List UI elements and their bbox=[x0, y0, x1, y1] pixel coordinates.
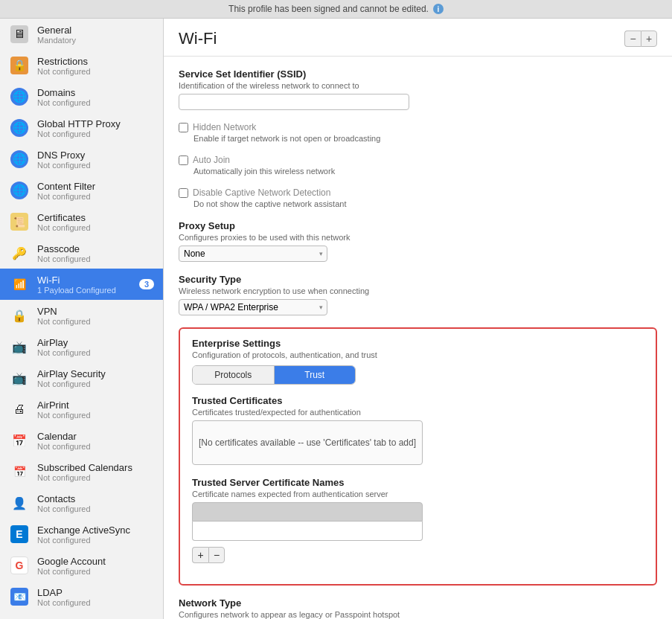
google-subtitle: Not configured bbox=[37, 567, 154, 576]
content-filter-icon: 🌐 bbox=[9, 180, 30, 201]
sidebar-item-certificates[interactable]: 📜 Certificates Not configured bbox=[0, 206, 163, 237]
global-http-proxy-subtitle: Not configured bbox=[37, 129, 154, 138]
remove-server-name-button[interactable]: − bbox=[208, 547, 225, 563]
captive-desc: Do not show the captive network assistan… bbox=[193, 199, 657, 208]
security-type-label: Security Type bbox=[179, 274, 657, 285]
hidden-network-group: Hidden Network Enable if target network … bbox=[179, 122, 657, 143]
info-icon[interactable]: i bbox=[433, 4, 444, 14]
wifi-title: Wi-Fi bbox=[37, 275, 132, 286]
proxy-setup-label: Proxy Setup bbox=[179, 220, 657, 231]
sidebar-item-domains[interactable]: 🌐 Domains Not configured bbox=[0, 81, 163, 112]
exchange-title: Exchange ActiveSync bbox=[37, 525, 154, 536]
subscribed-calendars-title: Subscribed Calendars bbox=[37, 462, 154, 473]
add-remove-buttons: + − bbox=[192, 547, 644, 563]
restrictions-title: Restrictions bbox=[37, 56, 154, 67]
calendar-title: Calendar bbox=[37, 431, 154, 442]
airplay-security-icon: 📺 bbox=[9, 368, 30, 388]
domains-subtitle: Not configured bbox=[37, 98, 154, 107]
captive-label: Disable Captive Network Detection bbox=[193, 187, 330, 198]
sidebar-item-restrictions[interactable]: 🔒 Restrictions Not configured bbox=[0, 50, 163, 81]
airprint-subtitle: Not configured bbox=[37, 411, 154, 420]
sidebar-item-ldap[interactable]: 📧 LDAP Not configured bbox=[0, 581, 163, 612]
tab-protocols[interactable]: Protocols bbox=[193, 366, 275, 384]
sidebar-item-content-filter[interactable]: 🌐 Content Filter Not configured bbox=[0, 175, 163, 206]
certificates-subtitle: Not configured bbox=[37, 223, 154, 232]
page-title: Wi-Fi bbox=[179, 29, 217, 48]
exchange-icon: E bbox=[9, 524, 30, 545]
sidebar-item-general[interactable]: 🖥 General Mandatory bbox=[0, 19, 163, 50]
certificates-icon: 📜 bbox=[9, 211, 30, 232]
sidebar-item-global-http-proxy[interactable]: 🌐 Global HTTP Proxy Not configured bbox=[0, 112, 163, 144]
server-names-group: Trusted Server Certificate Names Certifi… bbox=[192, 477, 644, 563]
sidebar-item-exchange[interactable]: E Exchange ActiveSync Not configured bbox=[0, 519, 163, 550]
certificates-title: Certificates bbox=[37, 212, 154, 223]
network-type-group: Network Type Configures network to appea… bbox=[179, 597, 657, 619]
plus-button[interactable]: + bbox=[641, 31, 657, 47]
subscribed-calendars-subtitle: Not configured bbox=[37, 473, 154, 482]
main-layout: 🖥 General Mandatory 🔒 Restrictions Not c… bbox=[0, 19, 672, 619]
sidebar-item-passcode[interactable]: 🔑 Passcode Not configured bbox=[0, 237, 163, 269]
airplay-icon: 📺 bbox=[9, 336, 30, 357]
server-names-desc: Certificate names expected from authenti… bbox=[192, 490, 644, 498]
enterprise-box: Enterprise Settings Configuration of pro… bbox=[179, 327, 657, 586]
exchange-subtitle: Not configured bbox=[37, 536, 154, 545]
sidebar-item-dns-proxy[interactable]: 🌐 DNS Proxy Not configured bbox=[0, 144, 163, 175]
sidebar-item-airplay-security[interactable]: 📺 AirPlay Security Not configured bbox=[0, 362, 163, 394]
content-filter-subtitle: Not configured bbox=[37, 192, 154, 201]
calendar-subtitle: Not configured bbox=[37, 442, 154, 451]
contacts-icon: 👤 bbox=[9, 493, 30, 513]
auto-join-desc: Automatically join this wireless network bbox=[193, 167, 657, 176]
security-type-select[interactable]: WPA / WPA2 Enterprise bbox=[179, 299, 327, 315]
sidebar-item-wifi[interactable]: 📶 Wi-Fi 1 Payload Configured 3 bbox=[0, 269, 163, 300]
hidden-network-desc: Enable if target network is not open or … bbox=[193, 134, 657, 143]
sidebar-item-subscribed-calendars[interactable]: 📅 Subscribed Calendars Not configured bbox=[0, 456, 163, 487]
ldap-icon: 📧 bbox=[9, 586, 30, 607]
global-http-proxy-icon: 🌐 bbox=[9, 118, 30, 138]
general-icon: 🖥 bbox=[9, 24, 30, 45]
proxy-setup-group: Proxy Setup Configures proxies to be use… bbox=[179, 220, 657, 262]
captive-checkbox[interactable] bbox=[179, 188, 188, 198]
content-filter-title: Content Filter bbox=[37, 181, 154, 192]
passcode-icon: 🔑 bbox=[9, 243, 30, 263]
minus-button[interactable]: − bbox=[624, 31, 641, 47]
vpn-title: VPN bbox=[37, 306, 154, 317]
server-names-input[interactable] bbox=[192, 522, 423, 541]
trusted-certs-placeholder: [No certificates available -- use 'Certi… bbox=[199, 437, 416, 448]
tab-trust[interactable]: Trust bbox=[275, 366, 356, 384]
add-server-name-button[interactable]: + bbox=[192, 547, 208, 563]
airplay-security-title: AirPlay Security bbox=[37, 368, 154, 379]
sidebar-item-airplay[interactable]: 📺 AirPlay Not configured bbox=[0, 331, 163, 362]
general-subtitle: Mandatory bbox=[37, 36, 154, 45]
trusted-certs-box: [No certificates available -- use 'Certi… bbox=[192, 420, 423, 465]
sidebar-item-google[interactable]: G Google Account Not configured bbox=[0, 550, 163, 581]
vpn-icon: 🔒 bbox=[9, 305, 30, 326]
contacts-subtitle: Not configured bbox=[37, 504, 154, 513]
sidebar-item-airprint[interactable]: 🖨 AirPrint Not configured bbox=[0, 394, 163, 425]
sidebar-item-mail[interactable]: ✉ Mail Not configured bbox=[0, 612, 163, 619]
wifi-icon: 📶 bbox=[9, 274, 30, 295]
restrictions-icon: 🔒 bbox=[9, 55, 30, 76]
dns-proxy-icon: 🌐 bbox=[9, 149, 30, 170]
auto-join-label: Auto Join bbox=[193, 155, 230, 165]
security-type-select-wrap: WPA / WPA2 Enterprise ▾ bbox=[179, 299, 327, 315]
trusted-certs-group: Trusted Certificates Certificates truste… bbox=[192, 395, 644, 465]
subscribed-calendars-icon: 📅 bbox=[9, 461, 30, 482]
content-header: Wi-Fi − + bbox=[164, 19, 672, 57]
ldap-subtitle: Not configured bbox=[37, 598, 154, 607]
hidden-network-checkbox[interactable] bbox=[179, 123, 188, 132]
ssid-label: Service Set Identifier (SSID) bbox=[179, 68, 657, 80]
ssid-input[interactable] bbox=[179, 94, 409, 110]
sidebar-item-calendar[interactable]: 📅 Calendar Not configured bbox=[0, 425, 163, 456]
header-buttons: − + bbox=[624, 31, 657, 47]
proxy-setup-select[interactable]: None bbox=[179, 246, 327, 262]
sidebar-item-contacts[interactable]: 👤 Contacts Not configured bbox=[0, 487, 163, 519]
airplay-subtitle: Not configured bbox=[37, 348, 154, 357]
vpn-subtitle: Not configured bbox=[37, 317, 154, 326]
sidebar-item-vpn[interactable]: 🔒 VPN Not configured bbox=[0, 300, 163, 331]
dns-proxy-title: DNS Proxy bbox=[37, 150, 154, 161]
auto-join-checkbox[interactable] bbox=[179, 155, 188, 165]
global-http-proxy-title: Global HTTP Proxy bbox=[37, 118, 154, 129]
server-names-box bbox=[192, 502, 644, 541]
contacts-title: Contacts bbox=[37, 493, 154, 504]
airplay-security-subtitle: Not configured bbox=[37, 379, 154, 388]
